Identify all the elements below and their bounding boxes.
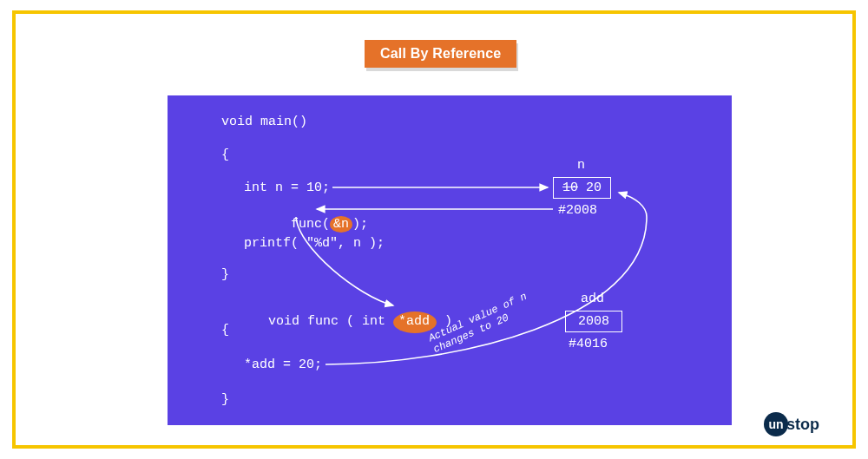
- var-add-label: add: [581, 292, 604, 306]
- code-line-printf: printf( "%d", n );: [244, 236, 385, 251]
- var-n-new: 20: [586, 180, 602, 195]
- brand-logo-circle: un: [764, 412, 788, 436]
- code-line-funcopen: {: [221, 323, 229, 338]
- arrow-layer: [168, 95, 732, 425]
- brand-logo-text: stop: [786, 416, 819, 434]
- var-n-addr: #2008: [558, 203, 597, 218]
- var-n-box: 10 20: [553, 177, 611, 199]
- code-line-main: void main(): [221, 115, 307, 129]
- code-panel: void main() { int n = 10; func(&n); prin…: [168, 95, 732, 425]
- outer-frame: Call By Reference void main() { int n = …: [12, 10, 856, 449]
- code-line-funcsig: void func ( int *add ): [221, 297, 452, 348]
- code-call-prefix: func(: [291, 217, 330, 232]
- diagram-title: Call By Reference: [365, 40, 516, 68]
- code-line-openbrace: {: [221, 148, 229, 162]
- var-n-old: 10: [562, 180, 578, 195]
- var-add-addr: #4016: [569, 337, 608, 351]
- brand-logo: un stop: [764, 412, 819, 436]
- highlight-star-add: *add: [393, 311, 437, 333]
- code-line-decl: int n = 10;: [244, 180, 330, 195]
- code-line-assign: *add = 20;: [244, 357, 322, 372]
- code-line-closebrace: }: [221, 267, 229, 282]
- code-line-funcclose: }: [221, 392, 229, 407]
- highlight-amp-n: &n: [330, 216, 352, 233]
- code-call-suffix: );: [352, 217, 368, 232]
- var-add-box: 2008: [565, 311, 622, 332]
- code-func-prefix: void func ( int: [268, 314, 393, 329]
- var-n-label: n: [577, 158, 585, 173]
